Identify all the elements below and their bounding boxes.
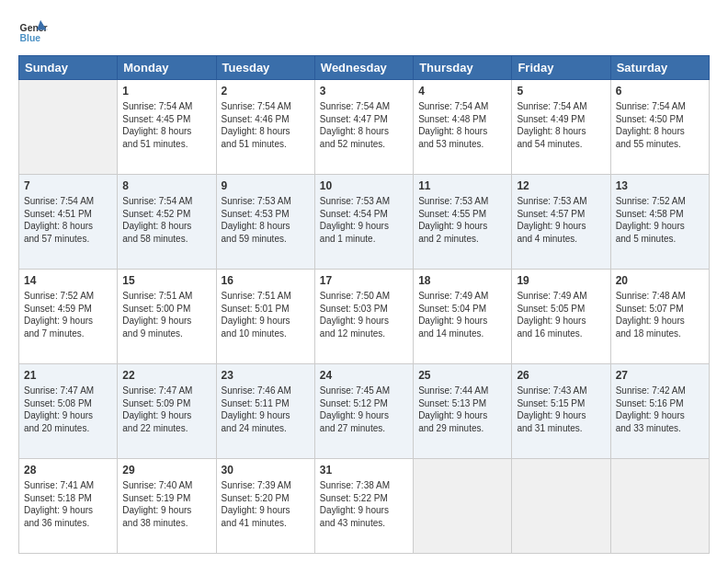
logo-icon: General Blue [18, 17, 48, 46]
day-info: Sunrise: 7:54 AMSunset: 4:50 PMDaylight:… [616, 100, 704, 150]
calendar-cell: 14Sunrise: 7:52 AMSunset: 4:59 PMDayligh… [19, 270, 118, 364]
day-number: 24 [320, 368, 408, 383]
calendar-header-thursday: Thursday [414, 56, 512, 80]
day-info: Sunrise: 7:50 AMSunset: 5:03 PMDaylight:… [320, 290, 408, 339]
header: General Blue [18, 17, 710, 46]
calendar-cell: 28Sunrise: 7:41 AMSunset: 5:18 PMDayligh… [19, 459, 118, 554]
calendar-cell: 5Sunrise: 7:54 AMSunset: 4:49 PMDaylight… [512, 80, 610, 175]
calendar-cell: 24Sunrise: 7:45 AMSunset: 5:12 PMDayligh… [314, 364, 413, 459]
day-number: 8 [122, 178, 210, 193]
day-info: Sunrise: 7:39 AMSunset: 5:20 PMDaylight:… [222, 479, 310, 529]
day-info: Sunrise: 7:45 AMSunset: 5:12 PMDaylight:… [320, 385, 408, 434]
calendar-cell: 27Sunrise: 7:42 AMSunset: 5:16 PMDayligh… [610, 364, 709, 459]
day-number: 11 [418, 178, 506, 193]
day-info: Sunrise: 7:42 AMSunset: 5:16 PMDaylight:… [616, 385, 704, 434]
calendar-header-saturday: Saturday [610, 56, 709, 80]
day-number: 19 [517, 273, 605, 288]
calendar-cell: 16Sunrise: 7:51 AMSunset: 5:01 PMDayligh… [216, 270, 314, 364]
day-number: 20 [616, 273, 704, 288]
day-number: 14 [24, 273, 112, 288]
calendar-cell [19, 80, 118, 175]
calendar-cell: 18Sunrise: 7:49 AMSunset: 5:04 PMDayligh… [414, 270, 512, 364]
calendar-header-wednesday: Wednesday [314, 56, 413, 80]
calendar-cell: 19Sunrise: 7:49 AMSunset: 5:05 PMDayligh… [512, 270, 610, 364]
calendar-header-tuesday: Tuesday [216, 56, 314, 80]
day-info: Sunrise: 7:52 AMSunset: 4:59 PMDaylight:… [24, 290, 112, 339]
day-info: Sunrise: 7:54 AMSunset: 4:51 PMDaylight:… [24, 195, 112, 245]
day-number: 5 [517, 84, 605, 98]
calendar-cell: 17Sunrise: 7:50 AMSunset: 5:03 PMDayligh… [314, 270, 413, 364]
day-info: Sunrise: 7:53 AMSunset: 4:55 PMDaylight:… [418, 195, 506, 245]
day-info: Sunrise: 7:54 AMSunset: 4:52 PMDaylight:… [122, 195, 210, 245]
calendar-header-row: SundayMondayTuesdayWednesdayThursdayFrid… [19, 56, 710, 80]
day-number: 22 [122, 368, 210, 383]
calendar-cell: 1Sunrise: 7:54 AMSunset: 4:45 PMDaylight… [118, 80, 216, 175]
calendar-cell [414, 459, 512, 554]
day-number: 4 [418, 84, 506, 98]
day-info: Sunrise: 7:49 AMSunset: 5:05 PMDaylight:… [517, 290, 605, 339]
day-number: 25 [418, 368, 506, 383]
day-number: 21 [24, 368, 112, 383]
day-info: Sunrise: 7:43 AMSunset: 5:15 PMDaylight:… [517, 385, 605, 434]
day-info: Sunrise: 7:52 AMSunset: 4:58 PMDaylight:… [616, 195, 704, 245]
day-info: Sunrise: 7:41 AMSunset: 5:18 PMDaylight:… [24, 479, 112, 529]
day-info: Sunrise: 7:51 AMSunset: 5:00 PMDaylight:… [122, 290, 210, 339]
calendar-cell: 6Sunrise: 7:54 AMSunset: 4:50 PMDaylight… [610, 80, 709, 175]
calendar-cell: 12Sunrise: 7:53 AMSunset: 4:57 PMDayligh… [512, 175, 610, 270]
day-number: 30 [222, 463, 310, 477]
day-info: Sunrise: 7:40 AMSunset: 5:19 PMDaylight:… [122, 479, 210, 529]
week-row-5: 28Sunrise: 7:41 AMSunset: 5:18 PMDayligh… [19, 459, 710, 554]
week-row-4: 21Sunrise: 7:47 AMSunset: 5:08 PMDayligh… [19, 364, 710, 459]
day-number: 1 [122, 84, 210, 98]
day-number: 18 [418, 273, 506, 288]
day-number: 26 [517, 368, 605, 383]
calendar-cell: 30Sunrise: 7:39 AMSunset: 5:20 PMDayligh… [216, 459, 314, 554]
calendar-cell: 26Sunrise: 7:43 AMSunset: 5:15 PMDayligh… [512, 364, 610, 459]
calendar-cell: 23Sunrise: 7:46 AMSunset: 5:11 PMDayligh… [216, 364, 314, 459]
svg-text:Blue: Blue [20, 33, 41, 43]
day-info: Sunrise: 7:54 AMSunset: 4:46 PMDaylight:… [222, 100, 310, 150]
day-number: 29 [122, 463, 210, 477]
day-info: Sunrise: 7:48 AMSunset: 5:07 PMDaylight:… [616, 290, 704, 339]
calendar-cell: 4Sunrise: 7:54 AMSunset: 4:48 PMDaylight… [414, 80, 512, 175]
calendar-cell: 9Sunrise: 7:53 AMSunset: 4:53 PMDaylight… [216, 175, 314, 270]
calendar-cell: 10Sunrise: 7:53 AMSunset: 4:54 PMDayligh… [314, 175, 413, 270]
day-number: 28 [24, 463, 112, 477]
day-info: Sunrise: 7:54 AMSunset: 4:48 PMDaylight:… [418, 100, 506, 150]
week-row-1: 1Sunrise: 7:54 AMSunset: 4:45 PMDaylight… [19, 80, 710, 175]
day-number: 10 [320, 178, 408, 193]
calendar-cell: 22Sunrise: 7:47 AMSunset: 5:09 PMDayligh… [118, 364, 216, 459]
day-info: Sunrise: 7:47 AMSunset: 5:08 PMDaylight:… [24, 385, 112, 434]
calendar-cell: 13Sunrise: 7:52 AMSunset: 4:58 PMDayligh… [610, 175, 709, 270]
calendar-table: SundayMondayTuesdayWednesdayThursdayFrid… [18, 55, 710, 554]
day-info: Sunrise: 7:49 AMSunset: 5:04 PMDaylight:… [418, 290, 506, 339]
calendar-cell: 20Sunrise: 7:48 AMSunset: 5:07 PMDayligh… [610, 270, 709, 364]
calendar-cell: 25Sunrise: 7:44 AMSunset: 5:13 PMDayligh… [414, 364, 512, 459]
day-info: Sunrise: 7:38 AMSunset: 5:22 PMDaylight:… [320, 479, 408, 529]
day-number: 17 [320, 273, 408, 288]
calendar-cell: 2Sunrise: 7:54 AMSunset: 4:46 PMDaylight… [216, 80, 314, 175]
calendar-header-sunday: Sunday [19, 56, 118, 80]
day-number: 3 [320, 84, 408, 98]
day-info: Sunrise: 7:53 AMSunset: 4:53 PMDaylight:… [222, 195, 310, 245]
day-number: 2 [222, 84, 310, 98]
calendar-header-friday: Friday [512, 56, 610, 80]
day-info: Sunrise: 7:54 AMSunset: 4:49 PMDaylight:… [517, 100, 605, 150]
day-number: 9 [222, 178, 310, 193]
calendar-cell: 21Sunrise: 7:47 AMSunset: 5:08 PMDayligh… [19, 364, 118, 459]
calendar-cell: 8Sunrise: 7:54 AMSunset: 4:52 PMDaylight… [118, 175, 216, 270]
day-number: 23 [222, 368, 310, 383]
day-number: 6 [616, 84, 704, 98]
calendar-header-monday: Monday [118, 56, 216, 80]
calendar-cell: 29Sunrise: 7:40 AMSunset: 5:19 PMDayligh… [118, 459, 216, 554]
day-info: Sunrise: 7:54 AMSunset: 4:47 PMDaylight:… [320, 100, 408, 150]
week-row-2: 7Sunrise: 7:54 AMSunset: 4:51 PMDaylight… [19, 175, 710, 270]
day-info: Sunrise: 7:51 AMSunset: 5:01 PMDaylight:… [222, 290, 310, 339]
calendar-cell: 3Sunrise: 7:54 AMSunset: 4:47 PMDaylight… [314, 80, 413, 175]
calendar-cell [610, 459, 709, 554]
week-row-3: 14Sunrise: 7:52 AMSunset: 4:59 PMDayligh… [19, 270, 710, 364]
calendar-cell: 7Sunrise: 7:54 AMSunset: 4:51 PMDaylight… [19, 175, 118, 270]
day-number: 27 [616, 368, 704, 383]
day-info: Sunrise: 7:46 AMSunset: 5:11 PMDaylight:… [222, 385, 310, 434]
page: General Blue SundayMondayTuesdayWednesda… [0, 0, 728, 563]
